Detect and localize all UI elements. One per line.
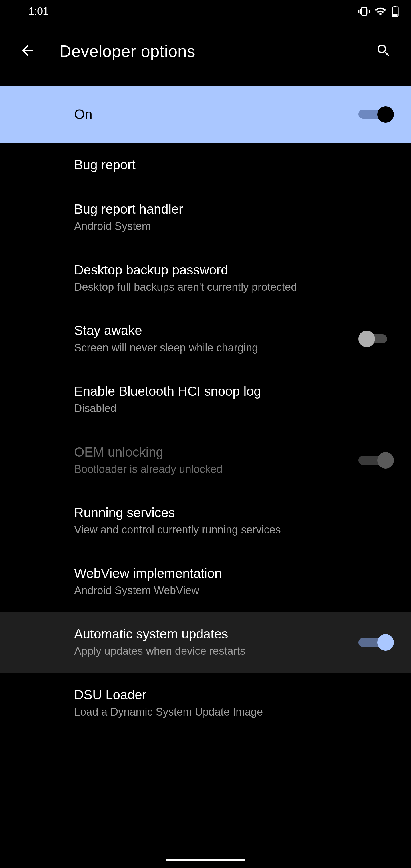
master-toggle-switch[interactable] xyxy=(358,106,394,122)
setting-subtitle: Apply updates when device restarts xyxy=(74,644,347,658)
nav-bar-handle[interactable] xyxy=(165,859,246,861)
setting-subtitle: View and control currently running servi… xyxy=(74,523,382,537)
screen: 1:01 Developer options xyxy=(0,0,411,868)
status-time: 1:01 xyxy=(29,5,49,18)
status-icons xyxy=(358,5,400,18)
arrow-back-icon xyxy=(20,42,35,59)
settings-list: Bug report Bug report handler Android Sy… xyxy=(0,143,411,733)
setting-title: OEM unlocking xyxy=(74,444,347,460)
setting-subtitle: Desktop full backups aren't currently pr… xyxy=(74,280,382,294)
setting-bug-report[interactable]: Bug report xyxy=(0,143,411,187)
setting-title: Automatic system updates xyxy=(74,626,347,642)
setting-dsu-loader[interactable]: DSU Loader Load a Dynamic System Update … xyxy=(0,673,411,734)
setting-title: Bug report handler xyxy=(74,201,382,217)
wifi-icon xyxy=(375,5,386,18)
setting-title: Enable Bluetooth HCI snoop log xyxy=(74,383,382,399)
setting-subtitle: Load a Dynamic System Update Image xyxy=(74,705,382,719)
setting-subtitle: Bootloader is already unlocked xyxy=(74,462,347,476)
status-bar: 1:01 xyxy=(0,0,411,23)
setting-webview-impl[interactable]: WebView implementation Android System We… xyxy=(0,551,411,612)
setting-subtitle: Android System WebView xyxy=(74,584,382,598)
setting-auto-system-updates[interactable]: Automatic system updates Apply updates w… xyxy=(0,612,411,673)
page-title: Developer options xyxy=(59,41,352,61)
setting-oem-unlocking: OEM unlocking Bootloader is already unlo… xyxy=(0,430,411,491)
setting-bug-report-handler[interactable]: Bug report handler Android System xyxy=(0,187,411,248)
stay-awake-toggle[interactable] xyxy=(358,331,394,347)
back-button[interactable] xyxy=(14,37,41,65)
search-icon xyxy=(376,42,391,59)
battery-icon xyxy=(391,6,400,17)
app-bar: Developer options xyxy=(0,23,411,79)
master-toggle-panel[interactable]: On xyxy=(0,86,411,143)
setting-title: Stay awake xyxy=(74,323,347,338)
setting-subtitle: Screen will never sleep while charging xyxy=(74,341,347,355)
setting-title: Bug report xyxy=(74,157,382,173)
svg-rect-1 xyxy=(394,6,397,7)
setting-bt-hci-snoop[interactable]: Enable Bluetooth HCI snoop log Disabled xyxy=(0,369,411,430)
setting-stay-awake[interactable]: Stay awake Screen will never sleep while… xyxy=(0,308,411,369)
master-toggle-label: On xyxy=(74,106,358,122)
setting-running-services[interactable]: Running services View and control curren… xyxy=(0,491,411,551)
svg-rect-2 xyxy=(393,14,397,16)
search-button[interactable] xyxy=(370,37,397,65)
setting-desktop-backup-password[interactable]: Desktop backup password Desktop full bac… xyxy=(0,248,411,309)
setting-subtitle: Disabled xyxy=(74,401,382,415)
auto-updates-toggle[interactable] xyxy=(358,634,394,651)
setting-title: DSU Loader xyxy=(74,687,382,703)
setting-subtitle: Android System xyxy=(74,219,382,233)
vibrate-icon xyxy=(358,6,370,17)
setting-title: Running services xyxy=(74,505,382,521)
setting-title: WebView implementation xyxy=(74,566,382,581)
oem-unlocking-toggle xyxy=(358,452,394,469)
setting-title: Desktop backup password xyxy=(74,262,382,278)
